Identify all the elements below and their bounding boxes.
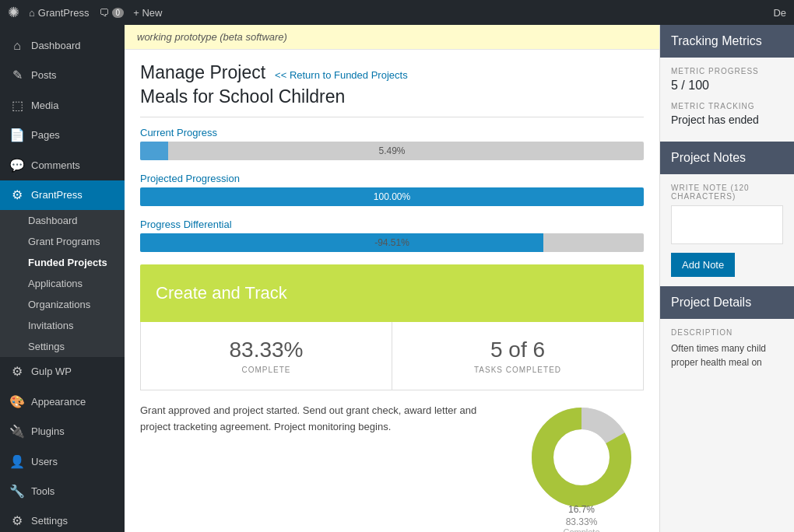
projected-progress-section: Projected Progression 100.00% <box>140 173 644 206</box>
tracking-metrics-header: Tracking Metrics <box>660 25 794 58</box>
sidebar-item-users[interactable]: 👤 Users <box>0 447 125 477</box>
site-icon: ⌂ <box>29 7 35 19</box>
site-name-item[interactable]: ⌂ GrantPress <box>29 7 90 19</box>
stat-complete: 83.33% COMPLETE <box>141 322 392 390</box>
project-notes-body: WRITE NOTE (120 CHARACTERS) Add Note <box>660 174 794 286</box>
current-progress-section: Current Progress 5.49% <box>140 127 644 160</box>
submenu-item-dashboard[interactable]: Dashboard <box>0 210 125 231</box>
grant-text: Grant approved and project started. Send… <box>140 403 507 532</box>
donut-label-gray: 16.7% <box>568 504 595 515</box>
current-progress-text: 5.49% <box>140 142 644 160</box>
current-progress-bar: 5.49% <box>140 142 644 160</box>
sidebar-item-pages[interactable]: 📄 Pages <box>0 121 125 150</box>
project-details-header: Project Details <box>660 286 794 319</box>
sidebar: ⌂ Dashboard ✎ Posts ⬚ Media 📄 Pages 💬 Co… <box>0 25 125 532</box>
sidebar-label-pages: Pages <box>31 128 60 142</box>
sidebar-label-plugins: Plugins <box>31 425 65 439</box>
submenu-item-settings[interactable]: Settings <box>0 336 125 357</box>
stat-complete-value: 83.33% <box>150 338 382 362</box>
posts-icon: ✎ <box>9 67 25 84</box>
plugins-icon: 🔌 <box>9 423 25 440</box>
write-note-input[interactable] <box>671 205 783 244</box>
users-icon: 👤 <box>9 453 25 471</box>
project-notes-header: Project Notes <box>660 142 794 174</box>
main-content: working prototype (beta software) Manage… <box>125 25 659 532</box>
svg-point-3 <box>554 430 609 485</box>
sidebar-label-comments: Comments <box>31 159 80 173</box>
metric-progress-label: METRIC PROGRESS <box>671 67 783 75</box>
sidebar-label-grantpress: GrantPress <box>31 188 83 202</box>
sidebar-label-posts: Posts <box>31 68 57 82</box>
current-progress-label: Current Progress <box>140 127 644 138</box>
projected-progress-label: Projected Progression <box>140 173 644 184</box>
wp-logo[interactable]: ✺ <box>8 4 19 21</box>
create-track-banner: Create and Track <box>140 264 644 322</box>
project-details-body: DESCRIPTION Often times many child prope… <box>660 319 794 379</box>
grant-chart-row: Grant approved and project started. Send… <box>140 403 644 532</box>
sidebar-label-tools: Tools <box>31 485 54 499</box>
sidebar-item-dashboard[interactable]: ⌂ Dashboard <box>0 31 125 61</box>
sidebar-item-tools[interactable]: 🔧 Tools <box>0 477 125 506</box>
sidebar-item-comments[interactable]: 💬 Comments <box>0 151 125 180</box>
donut-chart <box>527 403 636 512</box>
dashboard-icon: ⌂ <box>9 37 25 54</box>
comments-item[interactable]: 🗨 0 <box>99 7 125 19</box>
sidebar-label-dashboard: Dashboard <box>31 39 81 53</box>
project-name: Meals for School Children <box>140 86 644 117</box>
comments-icon: 💬 <box>9 157 25 174</box>
stat-complete-label: COMPLETE <box>150 366 382 374</box>
sidebar-label-users: Users <box>31 455 58 469</box>
description-label: DESCRIPTION <box>671 328 783 337</box>
sidebar-item-media[interactable]: ⬚ Media <box>0 91 125 121</box>
appearance-icon: 🎨 <box>9 394 25 411</box>
new-item[interactable]: + New <box>133 7 162 19</box>
settings-icon: ⚙ <box>9 513 25 530</box>
projected-progress-bar: 100.00% <box>140 187 644 206</box>
donut-complete-label: Complete <box>563 527 599 532</box>
metric-tracking-label: METRIC TRACKING <box>671 102 783 110</box>
comment-icon: 🗨 <box>99 7 109 19</box>
media-icon: ⬚ <box>9 97 25 114</box>
donut-label-green: 83.33% <box>566 516 598 527</box>
projected-progress-fill: 100.00% <box>140 187 644 206</box>
gulp-icon: ⚙ <box>9 363 25 380</box>
sidebar-label-settings: Settings <box>31 514 68 528</box>
stat-tasks: 5 of 6 TASKS COMPLETED <box>392 322 643 390</box>
differential-progress-bar: -94.51% <box>140 233 644 252</box>
right-panel: Tracking Metrics METRIC PROGRESS 5 / 100… <box>659 25 794 532</box>
submenu-item-funded-projects[interactable]: Funded Projects <box>0 252 125 273</box>
sidebar-item-grantpress[interactable]: ⚙ GrantPress <box>0 180 125 210</box>
pages-icon: 📄 <box>9 127 25 144</box>
return-link[interactable]: << Return to Funded Projects <box>275 69 408 81</box>
differential-progress-section: Progress Differential -94.51% <box>140 219 644 252</box>
beta-notice: working prototype (beta software) <box>125 25 659 50</box>
user-menu[interactable]: De <box>773 7 786 19</box>
sidebar-item-plugins[interactable]: 🔌 Plugins <box>0 417 125 446</box>
sidebar-item-posts[interactable]: ✎ Posts <box>0 61 125 90</box>
donut-chart-container: 16.7% 83.33% Complete <box>519 403 644 532</box>
admin-bar: ✺ ⌂ GrantPress 🗨 0 + New De <box>0 0 794 25</box>
sidebar-item-settings[interactable]: ⚙ Settings <box>0 506 125 532</box>
submenu-item-applications[interactable]: Applications <box>0 273 125 294</box>
site-name: GrantPress <box>38 7 90 19</box>
comment-count: 0 <box>112 8 125 18</box>
add-note-button[interactable]: Add Note <box>671 253 735 277</box>
new-label: + New <box>133 7 162 19</box>
tools-icon: 🔧 <box>9 483 25 500</box>
stat-tasks-value: 5 of 6 <box>402 338 634 362</box>
submenu-item-organizations[interactable]: Organizations <box>0 294 125 315</box>
metric-tracking-value: Project has ended <box>671 114 783 126</box>
sidebar-item-appearance[interactable]: 🎨 Appearance <box>0 387 125 417</box>
sidebar-item-gulp-wp[interactable]: ⚙ Gulp WP <box>0 357 125 387</box>
stats-row: 83.33% COMPLETE 5 of 6 TASKS COMPLETED <box>140 322 644 390</box>
projected-progress-text: 100.00% <box>374 191 410 202</box>
differential-progress-label: Progress Differential <box>140 219 644 230</box>
page-title: Manage Project <box>140 62 265 83</box>
stat-tasks-label: TASKS COMPLETED <box>402 366 634 374</box>
submenu-item-grant-programs[interactable]: Grant Programs <box>0 231 125 252</box>
tracking-metrics-body: METRIC PROGRESS 5 / 100 METRIC TRACKING … <box>660 58 794 142</box>
grantpress-submenu: Dashboard Grant Programs Funded Projects… <box>0 210 125 357</box>
grantpress-icon: ⚙ <box>9 187 25 204</box>
sidebar-label-gulp-wp: Gulp WP <box>31 365 72 379</box>
submenu-item-invitations[interactable]: Invitations <box>0 315 125 336</box>
